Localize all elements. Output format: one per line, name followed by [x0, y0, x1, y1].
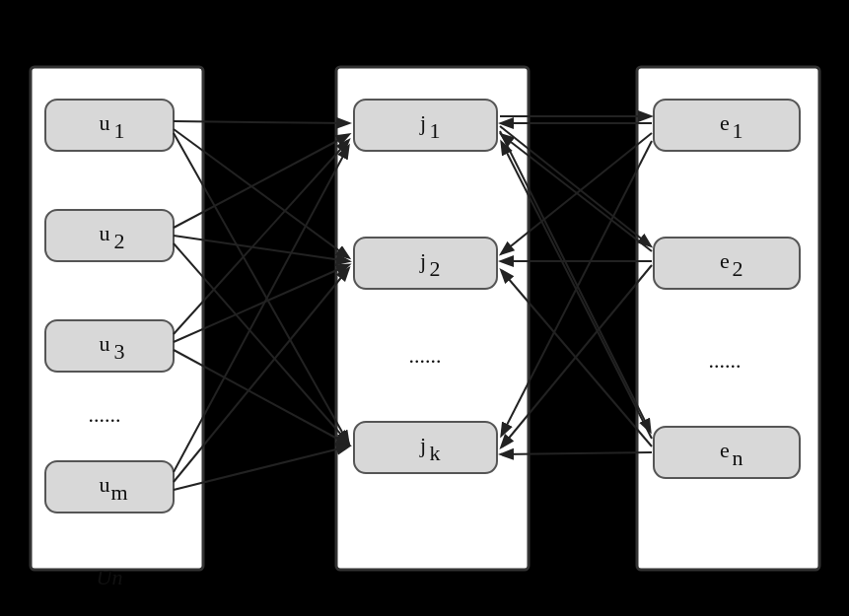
en-label: e	[720, 438, 730, 462]
j-dots: ......	[408, 343, 441, 368]
e-dots: ......	[708, 348, 741, 373]
en-sub: n	[732, 445, 743, 470]
e1-sub: 1	[732, 118, 743, 143]
u1-sub: 1	[113, 118, 124, 143]
u2-label: u	[99, 221, 109, 245]
u3-sub: 3	[113, 339, 124, 364]
jk-sub: k	[429, 441, 440, 465]
j1-sub: 1	[429, 118, 440, 143]
u3-label: u	[99, 331, 109, 356]
e1-label: e	[720, 110, 730, 135]
diagram-container: u 1 u 2 u 3 ...... u m j 1 j 2 ...... j …	[11, 13, 839, 604]
u2-sub: 2	[113, 229, 124, 253]
u1-label: u	[99, 110, 109, 135]
e2-sub: 2	[732, 256, 743, 281]
e2-label: e	[720, 248, 730, 273]
um-sub: m	[110, 480, 127, 505]
u-dots: ......	[88, 402, 120, 427]
j2-sub: 2	[429, 256, 440, 281]
j2-label: j	[418, 248, 425, 273]
jk-label: j	[418, 433, 425, 457]
j1-label: j	[418, 110, 425, 135]
bottom-label: Un	[96, 565, 122, 589]
um-label: u	[99, 472, 109, 497]
